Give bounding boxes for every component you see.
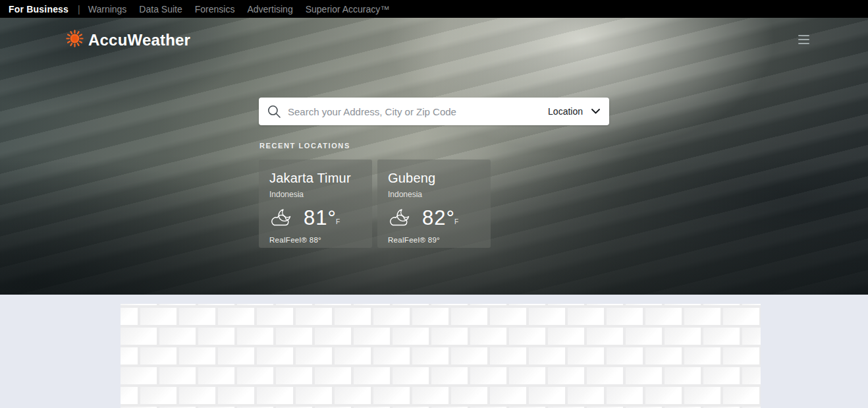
placeholder-tile [393, 367, 429, 384]
placeholder-tile [257, 387, 293, 404]
topbar-link-advertising[interactable]: Advertising [247, 4, 292, 15]
placeholder-tile [237, 367, 273, 384]
placeholder-tile [470, 304, 506, 305]
hero-cloud-background [0, 18, 868, 295]
placeholder-tile [509, 367, 545, 384]
placeholder-tile [121, 308, 138, 325]
placeholder-tile [703, 304, 740, 305]
card-temperature-unit: F [454, 218, 458, 225]
placeholder-tile [198, 367, 234, 384]
placeholder-tile [470, 328, 506, 345]
for-business-link[interactable]: For Business [9, 4, 68, 15]
placeholder-tile [684, 308, 720, 325]
placeholder-tile [451, 387, 487, 404]
placeholder-tile [548, 328, 584, 345]
placeholder-tile [568, 387, 604, 404]
tile-row [121, 347, 761, 364]
hamburger-menu-icon[interactable] [798, 33, 813, 46]
placeholder-tile [645, 387, 682, 404]
location-dropdown[interactable]: Location [548, 106, 600, 117]
tile-row [121, 328, 761, 345]
placeholder-tile [121, 328, 157, 345]
placeholder-tile [665, 304, 701, 305]
content-section [0, 295, 868, 408]
placeholder-tile [373, 387, 410, 404]
placeholder-tile [529, 387, 565, 404]
business-topbar: For Business | Warnings Data Suite Foren… [0, 0, 868, 18]
placeholder-tile [315, 367, 351, 384]
placeholder-tile [470, 367, 506, 384]
placeholder-tile [723, 387, 759, 404]
tile-row [121, 367, 761, 384]
placeholder-tile [198, 328, 234, 345]
placeholder-tile [393, 304, 429, 305]
placeholder-tile [626, 328, 662, 345]
placeholder-tile [568, 308, 604, 325]
placeholder-tile [412, 387, 448, 404]
topbar-link-data-suite[interactable]: Data Suite [139, 4, 182, 15]
placeholder-tile [587, 328, 623, 345]
placeholder-tile [257, 347, 293, 364]
placeholder-tile [684, 387, 720, 404]
placeholder-tile [626, 367, 662, 384]
placeholder-tile [529, 308, 565, 325]
placeholder-tile [276, 304, 312, 305]
location-dropdown-label: Location [548, 106, 583, 117]
location-search-bar: Location [259, 98, 609, 125]
placeholder-tile [159, 328, 196, 345]
placeholder-tile [296, 387, 332, 404]
placeholder-tile [412, 308, 448, 325]
topbar-link-warnings[interactable]: Warnings [88, 4, 127, 15]
placeholder-tile [140, 308, 176, 325]
topbar-link-forensics[interactable]: Forensics [195, 4, 235, 15]
placeholder-tile [568, 347, 604, 364]
placeholder-tile [354, 328, 390, 345]
placeholder-tile [490, 308, 526, 325]
placeholder-tile [179, 347, 215, 364]
card-city: Gubeng [388, 171, 480, 186]
tile-rows [121, 304, 761, 408]
placeholder-tile [315, 328, 351, 345]
placeholder-tile [373, 308, 410, 325]
placeholder-tile-wall [121, 304, 761, 408]
placeholder-tile [607, 308, 643, 325]
recent-locations-heading: RECENT LOCATIONS [259, 142, 350, 150]
placeholder-tile [587, 367, 623, 384]
placeholder-tile [335, 387, 371, 404]
card-temperature-unit: F [336, 218, 340, 225]
placeholder-tile [431, 367, 468, 384]
placeholder-tile [723, 347, 759, 364]
recent-location-card-jakarta-timur[interactable]: Jakarta Timur Indonesia 81° F RealFeel® … [259, 160, 372, 248]
topbar-link-superior-accuracy[interactable]: Superior Accuracy™ [306, 4, 390, 15]
placeholder-tile [742, 367, 761, 384]
placeholder-tile [179, 308, 215, 325]
card-realfeel: RealFeel® 89° [388, 236, 480, 244]
placeholder-tile [335, 347, 371, 364]
placeholder-tile [237, 328, 273, 345]
accuweather-logo[interactable]: AccuWeather [66, 30, 190, 50]
placeholder-tile [121, 367, 157, 384]
placeholder-tile [607, 387, 643, 404]
card-temperature: 82° [422, 206, 455, 230]
placeholder-tile [315, 304, 351, 305]
placeholder-tile [121, 387, 138, 404]
placeholder-tile [587, 304, 623, 305]
tile-row [121, 308, 761, 325]
placeholder-tile [607, 347, 643, 364]
placeholder-tile [237, 304, 273, 305]
placeholder-tile [335, 308, 371, 325]
placeholder-tile [373, 347, 410, 364]
recent-location-card-gubeng[interactable]: Gubeng Indonesia 82° F RealFeel® 89° [377, 160, 491, 248]
placeholder-tile [140, 387, 176, 404]
placeholder-tile [626, 304, 662, 305]
placeholder-tile [121, 347, 138, 364]
accuweather-business-page: For Business | Warnings Data Suite Foren… [0, 0, 868, 408]
card-country: Indonesia [269, 190, 362, 199]
placeholder-tile [296, 308, 332, 325]
placeholder-tile [529, 347, 565, 364]
placeholder-tile [159, 367, 196, 384]
placeholder-tile [159, 304, 196, 305]
search-input[interactable] [288, 106, 548, 117]
placeholder-tile [490, 347, 526, 364]
tile-row [121, 304, 761, 305]
